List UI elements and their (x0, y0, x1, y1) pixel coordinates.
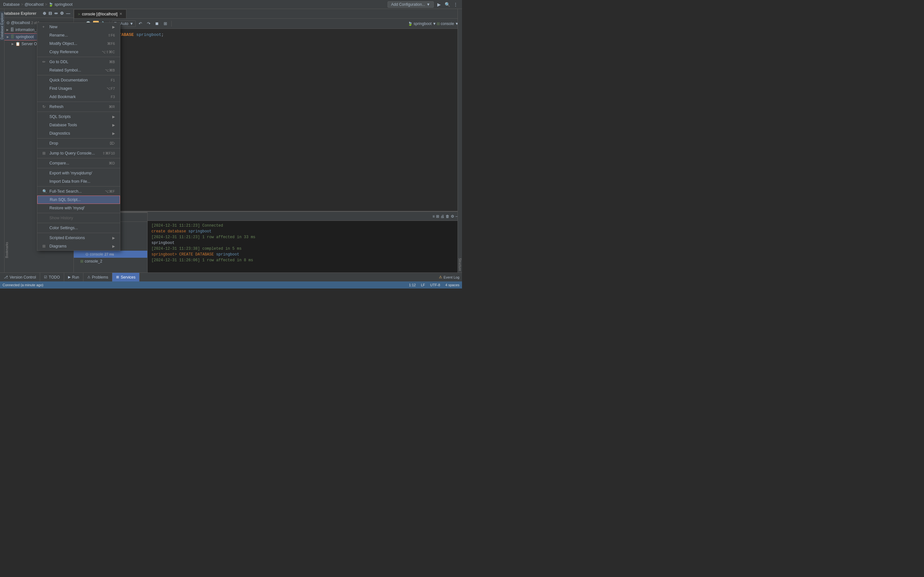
sep2: > (45, 2, 47, 7)
encoding: UTF-8 (430, 283, 440, 287)
breadcrumb: Database > @localhost > 🍃 springboot (3, 2, 73, 7)
settings-icon[interactable]: ⚙ (59, 11, 65, 16)
springboot-dropdown[interactable]: ▼ (433, 21, 436, 26)
event-log-label[interactable]: Event Log (443, 276, 459, 279)
info-schema-toggle[interactable]: ▶ (6, 28, 10, 31)
search-icon[interactable]: 🔍 (444, 1, 451, 8)
layout-icon[interactable]: ⊟ (48, 11, 53, 16)
bottom-tab-bar: ⎇ Version Control ☑ TODO ▶ Run ⚠ Problem… (0, 272, 462, 282)
ctx-modify-label: Modify Object... (49, 41, 78, 46)
service-console2-icon: ⊞ (80, 259, 83, 263)
ctx-jump-console[interactable]: ⊞ Jump to Query Console... ⇧⌘F10 (37, 149, 120, 157)
ctx-sql-scripts[interactable]: SQL Scripts ▶ (37, 113, 120, 121)
ctx-run-sql[interactable]: Run SQL Script... (37, 195, 120, 204)
console-print-icon[interactable]: 🖨 (441, 214, 444, 219)
breadcrumb-springboot: 🍃 (48, 2, 53, 7)
ctx-rename[interactable]: Rename... ⇧F6 (37, 31, 120, 39)
console-selector-label: console (441, 21, 454, 26)
service-console-child[interactable]: ⊙ console 27 ms (74, 251, 147, 258)
run-tab-icon: ▶ (68, 275, 71, 279)
tab-close-button[interactable]: ✕ (120, 12, 122, 16)
ctx-diagrams[interactable]: ⊞ Diagrams ▶ (37, 242, 120, 250)
console-line-1: [2024-12-31 11:21:23] Connected (152, 223, 458, 229)
springboot-selector[interactable]: 🍃 springboot ▼ (408, 21, 436, 26)
ctx-related[interactable]: Related Symbol... ⌥⌘B (37, 66, 120, 74)
tab-problems[interactable]: ⚠ Problems (83, 273, 113, 282)
ctx-quick-doc-shortcut: F1 (111, 78, 115, 82)
ctx-color-label: Color Settings... (49, 226, 78, 230)
ctx-import[interactable]: Import Data from File... (37, 177, 120, 185)
breadcrumb-springboot-label[interactable]: springboot (55, 2, 73, 7)
console-prompt: springboot> (152, 252, 179, 257)
todo-label: TODO (49, 275, 60, 279)
ctx-drop-shortcut: ⌦ (110, 141, 115, 145)
console-db-name: springboot (188, 229, 212, 234)
sep1: > (21, 2, 23, 7)
ctx-refresh[interactable]: ↻ Refresh ⌘R (37, 103, 120, 111)
services-icon: ⊞ (116, 275, 119, 279)
console-toolbar: ≡ ⊞ 🖨 🗑 ⚙ — (148, 212, 462, 221)
ctx-new-label: New (49, 25, 57, 29)
console-table-icon[interactable]: ⊞ (436, 214, 439, 219)
grid-button[interactable]: ⊞ (162, 20, 169, 27)
ctx-ddl[interactable]: ✏ Go to DDL ⌘B (37, 58, 120, 66)
redo-button[interactable]: ↷ (145, 20, 152, 27)
bookmarks-label[interactable]: Bookmarks (5, 242, 9, 258)
ctx-bookmark[interactable]: Add Bookmark F3 (37, 93, 120, 101)
ctx-new[interactable]: + New ▶ (37, 23, 120, 31)
ctx-sep4 (37, 111, 120, 112)
ctx-scripted-label: Scripted Extensions (49, 235, 85, 240)
code-line-1: 1 ✓ CREATE DATABASE springboot ; (74, 31, 462, 38)
more-options-icon[interactable]: ⋮ (452, 1, 459, 8)
ctx-ddl-shortcut: ⌘B (109, 60, 115, 64)
collapse-icon[interactable]: ⇔ (53, 11, 58, 16)
breadcrumb-database[interactable]: Database (3, 2, 19, 7)
ctx-drop[interactable]: Drop ⌦ (37, 139, 120, 147)
ctx-diagnostics[interactable]: Diagnostics ▶ (37, 129, 120, 137)
console-tab[interactable]: > console [@localhost] ✕ (74, 9, 126, 18)
console-line-3: [2024-12-31 11:21:23] 1 row affected in … (152, 234, 458, 240)
ctx-fulltext[interactable]: 🔍 Full-Text Search... ⌥⌘F (37, 187, 120, 195)
undo-button[interactable]: ↶ (137, 20, 144, 27)
ctx-export[interactable]: Export with 'mysqldump' (37, 169, 120, 177)
ctx-quick-doc[interactable]: Quick Documentation F1 (37, 76, 120, 84)
ctx-db-tools[interactable]: Database Tools ▶ (37, 121, 120, 129)
ctx-color-settings[interactable]: Color Settings... (37, 224, 120, 232)
console-lines-icon[interactable]: ≡ (433, 214, 435, 219)
ctx-compare[interactable]: Compare... ⌘D (37, 159, 120, 167)
structure-vertical-tab[interactable]: Structure (458, 257, 462, 272)
ctx-refresh-shortcut: ⌘R (109, 105, 115, 109)
ctx-scripted-ext[interactable]: Scripted Extensions ▶ (37, 234, 120, 242)
title-bar: Database > @localhost > 🍃 springboot Add… (0, 0, 462, 9)
breadcrumb-localhost[interactable]: @localhost (24, 2, 44, 7)
run-icon[interactable]: ▶ (436, 1, 442, 8)
tab-run[interactable]: ▶ Run (64, 273, 83, 282)
db-explorer-vertical-tab[interactable]: Database Explorer (0, 11, 4, 41)
ctx-new-arrow: ▶ (112, 25, 115, 29)
close-icon[interactable]: — (65, 11, 71, 16)
springboot-toggle[interactable]: ▶ (7, 35, 11, 39)
console-delete-icon[interactable]: 🗑 (446, 214, 449, 219)
ctx-modify-shortcut: ⌘F6 (107, 42, 115, 46)
stop-button[interactable]: ⏹ (153, 20, 161, 27)
ctx-jump-icon: ⊞ (42, 151, 47, 155)
ctx-find-usages[interactable]: Find Usages ⌥F7 (37, 84, 120, 93)
tab-version-control[interactable]: ⎇ Version Control (0, 273, 40, 282)
code-editor[interactable]: 1 ✓ CREATE DATABASE springboot ; (74, 29, 462, 211)
console-selector[interactable]: ⊞ console ▼ (437, 21, 459, 26)
console-create-kw2: CREATE DATABASE (179, 252, 216, 257)
status-bar-right: 1:12 LF UTF-8 4 spaces (409, 283, 459, 287)
ctx-restore[interactable]: Restore with 'mysql' (37, 204, 120, 212)
event-log-area: ⚠ Event Log (439, 275, 462, 279)
add-datasource-icon[interactable]: ⊕ (42, 11, 47, 16)
service-console2[interactable]: ⊞ console_2 (74, 258, 147, 265)
server-objects-toggle[interactable]: ▶ (11, 42, 15, 45)
ctx-find-label: Find Usages (49, 86, 72, 91)
tab-services[interactable]: ⊞ Services (112, 273, 140, 282)
ctx-modify[interactable]: Modify Object... ⌘F6 (37, 39, 120, 48)
console-settings-icon[interactable]: ⚙ (451, 214, 454, 219)
ctx-copy-ref[interactable]: Copy Reference ⌥⇧⌘C (37, 48, 120, 56)
add-configuration-button[interactable]: Add Configuration... ▼ (388, 1, 434, 8)
vc-icon: ⎇ (4, 275, 8, 279)
tab-todo[interactable]: ☑ TODO (40, 273, 64, 282)
